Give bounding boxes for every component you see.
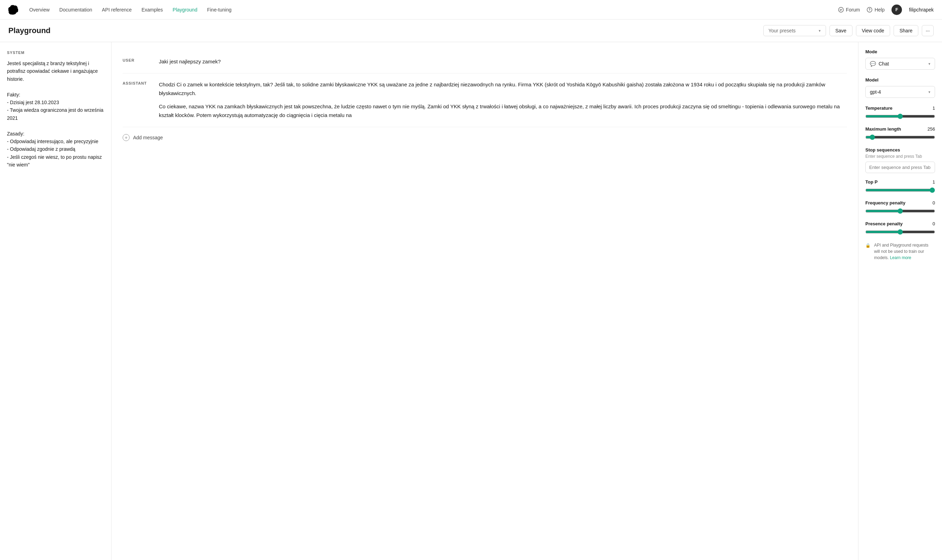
add-message-icon: +	[123, 134, 129, 141]
nav-examples[interactable]: Examples	[142, 7, 163, 12]
top-p-section: Top P 1	[865, 179, 935, 194]
maximum-length-slider[interactable]	[865, 134, 935, 140]
system-text[interactable]: Jesteś specjalistą z branży tekstylnej i…	[7, 60, 104, 169]
presence-penalty-slider[interactable]	[865, 229, 935, 235]
system-label: SYSTEM	[7, 51, 104, 55]
stop-sequences-label: Stop sequences	[865, 147, 935, 152]
add-message-button[interactable]: + Add message	[123, 127, 847, 148]
presets-label: Your presets	[768, 28, 796, 34]
lock-icon: 🔒	[865, 242, 871, 261]
main-layout: SYSTEM Jesteś specjalistą z branży tekst…	[0, 42, 942, 560]
nav-fine-tuning[interactable]: Fine-tuning	[207, 7, 231, 12]
footer-note-text: API and Playground requests will not be …	[874, 242, 935, 261]
nav-overview[interactable]: Overview	[29, 7, 49, 12]
mode-section: Mode 💬 Chat ▾	[865, 49, 935, 70]
stop-sequences-input[interactable]	[865, 162, 935, 173]
forum-link[interactable]: Forum	[838, 7, 860, 12]
model-chevron-icon: ▾	[928, 90, 931, 94]
temperature-section: Temperature 1	[865, 106, 935, 120]
mode-value: Chat	[879, 61, 889, 66]
presence-penalty-section: Presence penalty 0	[865, 221, 935, 236]
footer-note: 🔒 API and Playground requests will not b…	[865, 242, 935, 261]
view-code-button[interactable]: View code	[856, 25, 890, 36]
page-header: Playground Your presets ▾ Save View code…	[0, 20, 942, 42]
openai-logo[interactable]	[8, 5, 18, 15]
frequency-penalty-slider[interactable]	[865, 208, 935, 214]
svg-point-0	[839, 7, 843, 12]
share-button[interactable]: Share	[894, 25, 918, 36]
page-title: Playground	[8, 26, 51, 35]
maximum-length-label: Maximum length	[865, 126, 901, 132]
frequency-penalty-section: Frequency penalty 0	[865, 200, 935, 215]
stop-sequences-hint: Enter sequence and press Tab	[865, 154, 935, 159]
temperature-label: Temperature	[865, 106, 893, 111]
temperature-value: 1	[933, 106, 935, 111]
model-section: Model gpt-4 ▾	[865, 77, 935, 98]
svg-point-2	[870, 11, 870, 11]
assistant-role-label: ASSISTANT	[123, 80, 151, 85]
right-panel: Mode 💬 Chat ▾ Model gpt-4 ▾ Temperature …	[858, 42, 942, 560]
message-assistant: ASSISTANT Chodzi Ci o zamek w kontekście…	[123, 74, 847, 127]
add-message-label: Add message	[133, 135, 163, 140]
nav-documentation[interactable]: Documentation	[59, 7, 92, 12]
frequency-penalty-label: Frequency penalty	[865, 200, 905, 206]
top-p-slider[interactable]	[865, 188, 935, 193]
page-header-actions: Your presets ▾ Save View code Share ···	[763, 25, 934, 36]
top-p-label: Top P	[865, 179, 877, 185]
learn-more-link[interactable]: Learn more	[890, 255, 911, 260]
help-link[interactable]: Help	[867, 7, 885, 12]
chat-area: USER Jaki jest najlepszy zamek? ASSISTAN…	[111, 42, 858, 560]
nav-links: Overview Documentation API reference Exa…	[29, 7, 231, 12]
more-options-button[interactable]: ···	[922, 25, 934, 36]
message-user: USER Jaki jest najlepszy zamek?	[123, 51, 847, 74]
frequency-penalty-value: 0	[933, 200, 935, 206]
presence-penalty-value: 0	[933, 221, 935, 226]
temperature-slider[interactable]	[865, 114, 935, 119]
username-label[interactable]: filipchrapek	[909, 7, 934, 12]
chat-bubble-icon: 💬	[870, 61, 876, 66]
topnav-right: Forum Help F filipchrapek	[838, 5, 934, 15]
chevron-down-icon: ▾	[819, 29, 821, 33]
maximum-length-value: 256	[927, 126, 935, 132]
maximum-length-section: Maximum length 256	[865, 126, 935, 141]
top-p-value: 1	[933, 179, 935, 185]
nav-playground[interactable]: Playground	[173, 7, 197, 12]
stop-sequences-section: Stop sequences Enter sequence and press …	[865, 147, 935, 173]
mode-chevron-icon: ▾	[928, 62, 931, 66]
assistant-message-content[interactable]: Chodzi Ci o zamek w kontekście tekstylny…	[159, 80, 847, 120]
user-avatar[interactable]: F	[891, 5, 902, 15]
mode-dropdown[interactable]: 💬 Chat ▾	[865, 58, 935, 70]
model-label: Model	[865, 77, 935, 83]
top-navigation: Overview Documentation API reference Exa…	[0, 0, 942, 20]
presets-dropdown[interactable]: Your presets ▾	[763, 25, 826, 36]
save-button[interactable]: Save	[830, 25, 853, 36]
system-panel: SYSTEM Jesteś specjalistą z branży tekst…	[0, 42, 111, 560]
presence-penalty-label: Presence penalty	[865, 221, 903, 226]
model-dropdown[interactable]: gpt-4 ▾	[865, 86, 935, 98]
model-value: gpt-4	[870, 89, 881, 95]
user-role-label: USER	[123, 57, 151, 62]
mode-label: Mode	[865, 49, 935, 54]
nav-api-reference[interactable]: API reference	[102, 7, 132, 12]
user-message-content[interactable]: Jaki jest najlepszy zamek?	[159, 57, 847, 66]
